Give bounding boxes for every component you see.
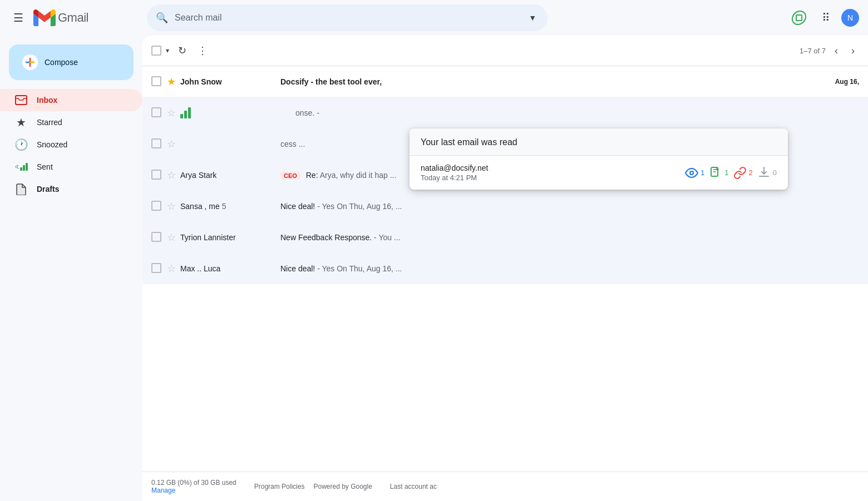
avatar[interactable]: N — [841, 9, 859, 27]
next-page-button[interactable]: › — [847, 43, 859, 59]
star-button[interactable]: ☆ — [167, 138, 176, 150]
email-preview: Nice deal! - Yes On Thu, Aug 16, ... — [280, 264, 855, 273]
select-dropdown-button[interactable]: ▾ — [164, 44, 171, 57]
search-dropdown-button[interactable]: ▼ — [526, 11, 539, 24]
email-preview-text: cess ... — [280, 140, 305, 148]
chevron-left-icon: ‹ — [835, 45, 838, 56]
svg-point-6 — [690, 171, 693, 175]
verified-badge-icon — [789, 8, 810, 28]
search-bar: 🔍 ▼ — [147, 4, 548, 31]
sent-icon — [14, 161, 28, 172]
bar-1 — [180, 114, 183, 118]
inbox-icon — [14, 95, 28, 105]
sidebar-item-sent[interactable]: Sent — [0, 156, 142, 178]
header-right: ⠿ N — [788, 7, 859, 29]
row-checkbox-7 — [151, 263, 162, 274]
google-apps-button[interactable]: ⠿ — [815, 7, 837, 29]
select-all-checkbox[interactable] — [151, 46, 161, 56]
compose-plus-icon — [22, 54, 38, 70]
row-checkbox-1 — [151, 76, 162, 87]
email-preview-text: - Yes On Thu, Aug 16, ... — [317, 202, 402, 211]
tooltip-header: Your last email was read — [410, 128, 788, 156]
sidebar-item-snoozed[interactable]: 🕐 Snoozed — [0, 133, 142, 156]
star-button[interactable]: ☆ — [167, 262, 176, 275]
email-preview-text: onse. - — [295, 108, 319, 117]
menu-button[interactable]: ☰ — [9, 8, 28, 28]
bar-3 — [188, 107, 191, 118]
sender-name: Tyrion Lannister — [180, 233, 280, 242]
footer-storage-section: 0.12 GB (0%) of 30 GB used Manage — [151, 479, 236, 494]
tooltip-title: Your last email was read — [421, 137, 777, 147]
email-checkbox[interactable] — [151, 107, 161, 117]
tooltip-views-action: 1 — [685, 166, 704, 180]
email-checkbox[interactable] — [151, 263, 161, 273]
downloads-count: 0 — [773, 168, 777, 177]
footer: 0.12 GB (0%) of 30 GB used Manage Progra… — [142, 472, 868, 501]
prev-page-button[interactable]: ‹ — [830, 43, 842, 59]
toolbar-right: 1–7 of 7 ‹ › — [800, 43, 859, 59]
toolbar-left: ▾ ↻ ⋮ — [151, 40, 797, 61]
row-checkbox-4 — [151, 170, 162, 181]
snoozed-icon: 🕐 — [14, 138, 28, 151]
email-row[interactable]: ★ John Snow Docsify - the best tool ever… — [142, 66, 868, 97]
search-bar-wrapper: 🔍 ▼ — [147, 4, 548, 31]
tooltip-docs-action: 1 — [709, 166, 728, 180]
footer-policy-link[interactable]: Program Policies — [254, 483, 305, 490]
verified-badge-button[interactable] — [788, 7, 810, 29]
search-icon: 🔍 — [156, 12, 168, 24]
email-row[interactable]: ☆ onse. - Your last email was read — [142, 97, 868, 128]
email-row[interactable]: ☆ Sansa , me 5 Nice deal! - Yes On Thu, … — [142, 191, 868, 222]
star-button[interactable]: ☆ — [167, 231, 176, 244]
link-icon — [733, 166, 747, 180]
compose-label: Compose — [45, 58, 78, 67]
compose-button[interactable]: Compose — [9, 44, 134, 80]
row-checkbox-6 — [151, 232, 162, 243]
ceo-badge: CEO — [280, 171, 300, 180]
footer-links: Program Policies Powered by Google — [254, 483, 372, 490]
more-options-button[interactable]: ⋮ — [193, 40, 212, 61]
star-icon: ★ — [14, 116, 28, 129]
sidebar-item-inbox[interactable]: Inbox — [0, 89, 142, 111]
footer-manage-link[interactable]: Manage — [151, 487, 236, 494]
row-checkbox-5 — [151, 201, 162, 212]
views-count: 1 — [701, 168, 704, 177]
footer-powered-link[interactable]: Powered by Google — [313, 483, 372, 490]
email-preview-text: - You ... — [374, 233, 400, 242]
star-button[interactable]: ☆ — [167, 169, 176, 181]
email-preview: Docsify - the best tool ever, — [280, 77, 831, 86]
email-checkbox[interactable] — [151, 232, 161, 242]
tooltip-downloads-action: 0 — [757, 166, 777, 180]
tooltip-body: natalia@docsify.net Today at 4:21 PM 1 — [410, 156, 788, 190]
tooltip-date: Today at 4:21 PM — [421, 173, 676, 182]
star-button[interactable]: ☆ — [167, 107, 176, 119]
sidebar-item-drafts[interactable]: Drafts — [0, 178, 142, 200]
email-checkbox[interactable] — [151, 201, 161, 211]
sidebar-item-starred[interactable]: ★ Starred — [0, 111, 142, 133]
gmail-logo-text: Gmail — [58, 11, 88, 25]
main-panel: ▾ ↻ ⋮ 1–7 of 7 ‹ › — [142, 36, 868, 501]
chevron-down-icon: ▼ — [529, 13, 536, 22]
refresh-button[interactable]: ↻ — [174, 40, 191, 61]
refresh-icon: ↻ — [178, 44, 186, 57]
email-checkbox[interactable] — [151, 138, 161, 148]
sender-name: Arya Stark — [180, 171, 280, 180]
email-checkbox[interactable] — [151, 170, 161, 180]
tooltip-actions: 1 1 — [685, 166, 777, 180]
row-checkbox-2 — [151, 107, 162, 118]
star-button[interactable]: ★ — [167, 76, 176, 88]
search-input[interactable] — [175, 13, 520, 23]
email-subject: Re: — [306, 171, 320, 180]
sidebar-item-drafts-label: Drafts — [37, 185, 59, 194]
email-row[interactable]: ☆ Tyrion Lannister New Feedback Response… — [142, 222, 868, 253]
email-preview-text: - Yes On Thu, Aug 16, ... — [317, 264, 402, 273]
email-row[interactable]: ☆ Max .. Luca Nice deal! - Yes On Thu, A… — [142, 253, 868, 284]
grid-icon: ⠿ — [822, 11, 830, 24]
email-read-tooltip: Your last email was read natalia@docsify… — [410, 128, 788, 190]
email-checkbox[interactable] — [151, 76, 161, 86]
sender-name: Sansa , me 5 — [180, 202, 280, 211]
star-button[interactable]: ☆ — [167, 200, 176, 212]
sender-name: Max .. Luca — [180, 264, 280, 273]
email-list: ★ John Snow Docsify - the best tool ever… — [142, 66, 868, 472]
email-preview: New Feedback Response. - You ... — [280, 233, 855, 242]
email-subject: New Feedback Response. — [280, 233, 372, 242]
